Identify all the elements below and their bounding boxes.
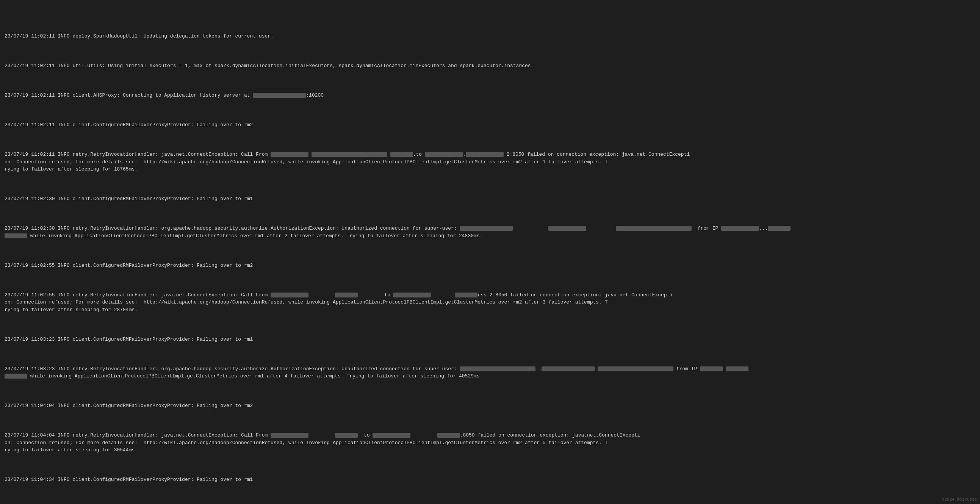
redacted-value	[372, 433, 410, 438]
log-line: 23/07/19 11:03:23 INFO client.Configured…	[5, 336, 975, 343]
redacted-value	[616, 226, 692, 231]
log-line: 23/07/19 11:02:11 INFO util.Utils: Using…	[5, 62, 975, 70]
redacted-value	[253, 93, 306, 98]
redacted-value	[455, 293, 477, 297]
redacted-value	[335, 433, 358, 438]
redacted-value	[270, 152, 309, 157]
log-line: 23/07/19 11:02:30 INFO client.Configured…	[5, 195, 975, 203]
log-line: 23/07/19 11:03:23 INFO retry.RetryInvoca…	[5, 365, 975, 380]
redacted-value	[541, 366, 595, 371]
redacted-value	[460, 366, 536, 371]
log-line: 23/07/19 11:02:11 INFO client.AHSProxy: …	[5, 92, 975, 99]
redacted-value	[425, 152, 463, 157]
redacted-value	[270, 293, 309, 297]
redacted-value	[700, 366, 723, 371]
redacted-value	[548, 226, 586, 231]
redacted-value	[598, 366, 673, 371]
redacted-value	[438, 433, 460, 438]
redacted-value	[5, 374, 27, 378]
log-line: 23/07/19 11:04:04 INFO client.Configured…	[5, 402, 975, 410]
redacted-value	[312, 152, 387, 157]
log-line: 23/07/19 11:02:55 INFO client.Configured…	[5, 262, 975, 269]
redacted-value	[460, 226, 513, 231]
footer-credit: ©2024 @biyusse	[942, 496, 977, 503]
log-line: 23/07/19 11:04:04 INFO retry.RetryInvoca…	[5, 432, 975, 454]
log-container: 23/07/19 11:02:11 INFO deploy.SparkHadoo…	[0, 0, 980, 504]
redacted-value	[335, 293, 358, 297]
log-line: 23/07/19 11:04:34 INFO client.Configured…	[5, 476, 975, 483]
redacted-value	[390, 152, 413, 157]
redacted-value	[768, 226, 791, 231]
redacted-value	[726, 366, 748, 371]
redacted-value	[5, 234, 27, 238]
log-line: 23/07/19 11:02:11 INFO retry.RetryInvoca…	[5, 151, 975, 173]
redacted-value	[466, 152, 504, 157]
log-line: 23/07/19 11:02:11 INFO client.Configured…	[5, 121, 975, 129]
redacted-value	[270, 433, 309, 438]
log-line: 23/07/19 11:02:55 INFO retry.RetryInvoca…	[5, 291, 975, 314]
redacted-value	[721, 226, 759, 231]
log-line: 23/07/19 11:02:11 INFO deploy.SparkHadoo…	[5, 33, 975, 40]
redacted-value	[393, 293, 431, 297]
log-line: 23/07/19 11:02:30 INFO retry.RetryInvoca…	[5, 225, 975, 240]
